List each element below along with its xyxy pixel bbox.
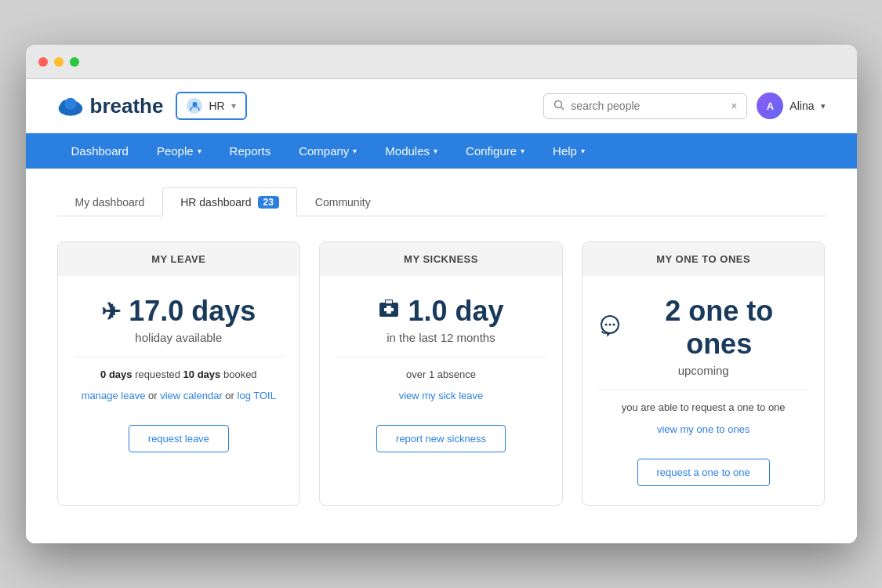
svg-line-6 xyxy=(561,107,564,110)
my-leave-body: ✈ 17.0 days holiday available 0 days req… xyxy=(58,276,300,471)
maximize-button[interactable] xyxy=(70,57,79,67)
svg-point-15 xyxy=(612,323,615,325)
search-area: × A Alina ▾ xyxy=(543,93,825,119)
nav-people[interactable]: People ▾ xyxy=(143,133,216,169)
tab-community[interactable]: Community xyxy=(297,187,389,216)
svg-rect-9 xyxy=(384,308,394,311)
configure-caret: ▾ xyxy=(521,147,524,155)
request-one-to-one-button[interactable]: request a one to one xyxy=(637,459,770,486)
my-one-to-ones-value: 2 one to ones xyxy=(598,295,809,361)
my-one-to-ones-subtitle: upcoming xyxy=(598,364,809,377)
view-one-to-ones-link[interactable]: view my one to ones xyxy=(657,423,750,435)
tabs: My dashboard HR dashboard 23 Community xyxy=(57,187,826,216)
one-to-one-detail-text: you are able to request a one to one xyxy=(598,400,809,416)
svg-point-5 xyxy=(555,100,562,107)
search-box: × xyxy=(543,93,747,119)
hr-dropdown-arrow: ▾ xyxy=(231,100,236,111)
help-caret: ▾ xyxy=(581,147,585,155)
my-sickness-value: 1.0 day xyxy=(336,295,546,328)
minimize-button[interactable] xyxy=(54,57,64,67)
sickness-links-row: view my sick leave xyxy=(336,388,546,405)
user-area[interactable]: A Alina ▾ xyxy=(757,93,825,119)
plane-icon: ✈ xyxy=(101,298,121,325)
close-button[interactable] xyxy=(38,57,48,67)
nav-modules[interactable]: Modules ▾ xyxy=(371,133,452,169)
my-sickness-header: MY SICKNESS xyxy=(320,242,562,276)
app-window: breathe HR ▾ xyxy=(26,45,857,543)
svg-point-14 xyxy=(608,323,611,325)
traffic-lights xyxy=(38,57,79,67)
my-sickness-card: MY SICKNESS 1.0 day xyxy=(319,241,563,505)
leave-days-detail: 0 days requested 10 days booked xyxy=(74,367,285,383)
user-name: Alina xyxy=(789,100,814,112)
manage-leave-link[interactable]: manage leave xyxy=(82,390,146,401)
logo-text: breathe xyxy=(90,94,164,118)
nav-help[interactable]: Help ▾ xyxy=(539,133,599,169)
logo[interactable]: breathe xyxy=(57,94,164,118)
hr-person-icon xyxy=(187,98,202,114)
user-dropdown-arrow: ▾ xyxy=(821,101,826,111)
hr-dashboard-badge: 23 xyxy=(258,196,279,209)
svg-point-13 xyxy=(604,323,607,325)
leave-links-row: manage leave or view calendar or log TOI… xyxy=(74,388,285,405)
my-leave-subtitle: holiday available xyxy=(74,331,285,344)
main-nav: Dashboard People ▾ Reports Company ▾ Mod… xyxy=(26,133,857,169)
my-one-to-ones-card: MY ONE TO ONES 2 one to one xyxy=(582,241,826,505)
nav-company[interactable]: Company ▾ xyxy=(285,133,371,169)
request-leave-button[interactable]: request leave xyxy=(129,425,229,452)
search-clear-button[interactable]: × xyxy=(731,100,737,112)
view-sick-leave-link[interactable]: view my sick leave xyxy=(399,390,484,401)
tabs-area: My dashboard HR dashboard 23 Community xyxy=(26,169,857,216)
sickness-absences: over 1 absence xyxy=(336,367,546,383)
my-one-to-ones-header: MY ONE TO ONES xyxy=(583,242,825,276)
people-caret: ▾ xyxy=(198,147,201,155)
svg-rect-11 xyxy=(386,300,392,303)
one-to-ones-divider xyxy=(598,390,809,390)
hr-label: HR xyxy=(209,100,224,112)
cards-area: MY LEAVE ✈ 17.0 days holiday available 0… xyxy=(26,216,857,543)
my-leave-header: MY LEAVE xyxy=(58,242,300,276)
svg-point-4 xyxy=(192,102,197,107)
logo-cloud-icon xyxy=(57,95,84,117)
company-caret: ▾ xyxy=(353,147,357,155)
search-icon xyxy=(554,100,564,113)
avatar: A xyxy=(757,93,783,119)
my-sickness-body: 1.0 day in the last 12 months over 1 abs… xyxy=(320,276,562,471)
leave-divider xyxy=(74,357,285,358)
nav-dashboard[interactable]: Dashboard xyxy=(57,133,143,169)
log-toil-link[interactable]: log TOIL xyxy=(238,390,276,401)
nav-reports[interactable]: Reports xyxy=(216,133,285,169)
tab-my-dashboard[interactable]: My dashboard xyxy=(57,187,163,216)
one-to-ones-links-row: view my one to ones xyxy=(598,422,809,438)
logo-area: breathe HR ▾ xyxy=(57,92,247,120)
chat-icon xyxy=(598,314,622,343)
my-one-to-ones-body: 2 one to ones upcoming you are able to r… xyxy=(583,276,825,504)
search-input[interactable] xyxy=(571,100,724,112)
medical-icon xyxy=(378,298,400,325)
hr-select[interactable]: HR ▾ xyxy=(176,92,246,120)
tab-hr-dashboard[interactable]: HR dashboard 23 xyxy=(162,187,297,216)
report-new-sickness-button[interactable]: report new sickness xyxy=(376,425,506,452)
my-leave-card: MY LEAVE ✈ 17.0 days holiday available 0… xyxy=(57,241,301,505)
my-sickness-subtitle: in the last 12 months xyxy=(336,331,546,344)
nav-configure[interactable]: Configure ▾ xyxy=(452,133,539,169)
svg-point-3 xyxy=(64,98,76,110)
app-body: breathe HR ▾ xyxy=(26,79,857,543)
view-calendar-link[interactable]: view calendar xyxy=(160,390,223,401)
header: breathe HR ▾ xyxy=(26,79,857,133)
sickness-divider xyxy=(336,357,546,358)
modules-caret: ▾ xyxy=(434,147,437,155)
titlebar xyxy=(26,45,857,79)
my-leave-value: ✈ 17.0 days xyxy=(74,295,285,328)
